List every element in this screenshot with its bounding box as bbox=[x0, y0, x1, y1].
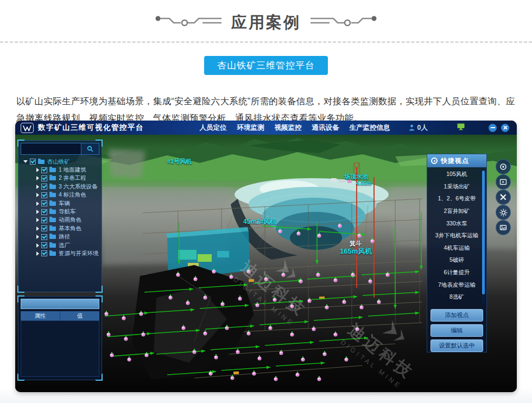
scene-label-fan1: #1号风机 bbox=[167, 158, 192, 166]
viewpoints-list: 105风机 1采场出矿 1、2、6号皮带 2盲井卸矿 330水泵 3井下电机车运… bbox=[427, 168, 486, 304]
tree-item-label: 动画角色 bbox=[59, 216, 81, 224]
viewpoint-item[interactable]: 5破碎 bbox=[427, 254, 486, 267]
caret-right-icon[interactable] bbox=[36, 202, 39, 206]
compass-button[interactable] bbox=[496, 159, 511, 174]
close-button[interactable] bbox=[501, 124, 509, 132]
tools-button[interactable] bbox=[496, 190, 511, 205]
caret-right-icon[interactable] bbox=[36, 168, 39, 172]
set-default-button[interactable]: 设置默认选中 bbox=[430, 339, 483, 352]
tree-item[interactable]: 3 六大系统设备 bbox=[20, 182, 100, 191]
app-titlebar: 数字矿山三维可视化管控平台 人员定位 环境监测 视频监控 通讯设备 生产监控信息… bbox=[15, 121, 517, 135]
viewpoint-item[interactable]: 7地表皮带运输 bbox=[427, 279, 486, 291]
caret-right-icon[interactable] bbox=[36, 243, 39, 248]
checkbox[interactable] bbox=[41, 175, 47, 181]
tree-item[interactable]: 资源与开采环境 bbox=[20, 249, 100, 257]
screenshot-button[interactable] bbox=[496, 220, 511, 235]
caret-right-icon[interactable] bbox=[36, 226, 39, 231]
viewpoint-item[interactable]: 1采场出矿 bbox=[427, 181, 486, 193]
folder-icon bbox=[49, 210, 56, 214]
viewpoint-item[interactable]: 8选矿 bbox=[427, 291, 486, 304]
checkbox[interactable] bbox=[41, 200, 47, 206]
checkbox[interactable] bbox=[30, 159, 36, 165]
tree-item[interactable]: 路径 bbox=[20, 233, 100, 241]
checkbox[interactable] bbox=[41, 184, 47, 190]
viewpoint-item[interactable]: 330水泵 bbox=[427, 217, 486, 230]
video-button[interactable] bbox=[496, 174, 511, 190]
titlebar-menu: 人员定位 环境监测 视频监控 通讯设备 生产监控信息 bbox=[200, 123, 390, 133]
app-logo-icon bbox=[21, 123, 34, 133]
viewpoint-item[interactable]: 6计量提升 bbox=[427, 267, 486, 279]
menu-comm-devices[interactable]: 通讯设备 bbox=[312, 123, 339, 133]
folder-icon bbox=[49, 176, 56, 180]
monitor-icon[interactable] bbox=[457, 123, 465, 133]
folder-icon bbox=[49, 251, 56, 256]
menu-video-monitor[interactable]: 视频监控 bbox=[275, 123, 302, 133]
viewpoint-item[interactable]: 4机车运输 bbox=[427, 242, 486, 255]
edit-viewpoint-button[interactable]: 编辑 bbox=[430, 324, 483, 337]
tree-item[interactable]: 动画角色 bbox=[20, 216, 100, 224]
app-window: 数字矿山三维可视化管控平台 人员定位 环境监测 视频监控 通讯设备 生产监控信息… bbox=[15, 121, 517, 392]
caret-right-icon[interactable] bbox=[36, 218, 39, 222]
caret-right-icon[interactable] bbox=[36, 176, 39, 180]
checkbox[interactable] bbox=[41, 217, 47, 223]
column-value: 值 bbox=[60, 311, 99, 320]
checkbox[interactable] bbox=[41, 250, 47, 256]
folder-icon bbox=[49, 185, 56, 189]
menu-environment-monitor[interactable]: 环境监测 bbox=[237, 123, 264, 133]
corner bbox=[17, 286, 24, 293]
scene-label-fan165m: 165m风机 bbox=[340, 247, 372, 256]
menu-person-location[interactable]: 人员定位 bbox=[200, 123, 227, 133]
tree-item[interactable]: 选厂 bbox=[20, 241, 100, 249]
tree-item[interactable]: 1 地面建筑 bbox=[20, 166, 100, 174]
settings-button[interactable] bbox=[496, 205, 511, 220]
layer-tree-panel: 杏山铁矿 1 地面建筑 2 井巷工程 3 六大系统设备 4 标注角色 车辆 导航… bbox=[18, 140, 102, 292]
caret-right-icon[interactable] bbox=[36, 185, 39, 189]
caret-right-icon[interactable] bbox=[36, 235, 39, 239]
checkbox[interactable] bbox=[41, 225, 47, 231]
tree-item-root[interactable]: 杏山铁矿 bbox=[20, 158, 100, 166]
caret-right-icon[interactable] bbox=[36, 251, 39, 256]
image-icon bbox=[499, 224, 507, 231]
menu-production-monitor[interactable]: 生产监控信息 bbox=[350, 123, 390, 133]
viewpoint-icon bbox=[431, 158, 438, 164]
checkbox[interactable] bbox=[41, 234, 47, 240]
tree-item-label: 基本角色 bbox=[59, 225, 81, 232]
viewpoint-item[interactable]: 2盲井卸矿 bbox=[427, 205, 486, 218]
viewpoint-item[interactable]: 1、2、6号皮带 bbox=[427, 193, 486, 205]
tree-item[interactable]: 车辆 bbox=[20, 199, 100, 207]
add-viewpoint-button[interactable]: 添加视点 bbox=[430, 309, 483, 322]
gear-icon bbox=[499, 209, 508, 217]
properties-panel: 属性 值 bbox=[18, 296, 102, 380]
search-button[interactable] bbox=[81, 143, 99, 154]
checkbox[interactable] bbox=[41, 242, 47, 248]
scrollbar[interactable] bbox=[482, 169, 485, 303]
compass-icon bbox=[499, 163, 507, 171]
checkbox[interactable] bbox=[41, 192, 47, 198]
scene-viewport[interactable]: 迪迈科技 DIGITAL MINE 迪迈科技 DIGITAL MINE #1号风… bbox=[15, 135, 517, 392]
viewpoint-item[interactable]: 105风机 bbox=[427, 168, 486, 181]
folder-icon bbox=[49, 218, 56, 222]
tree-item[interactable]: 4 标注角色 bbox=[20, 191, 100, 199]
tree-item[interactable]: 导航车 bbox=[20, 207, 100, 216]
checkbox[interactable] bbox=[41, 209, 47, 215]
tools-icon bbox=[499, 193, 507, 201]
caret-right-icon[interactable] bbox=[36, 210, 39, 214]
app-title: 数字矿山三维可视化管控平台 bbox=[38, 123, 144, 133]
minimize-button[interactable] bbox=[489, 124, 497, 132]
scrollbar-thumb[interactable] bbox=[482, 171, 485, 294]
caret-right-icon[interactable] bbox=[36, 193, 39, 197]
checkbox[interactable] bbox=[41, 167, 47, 173]
tree-item[interactable]: 基本角色 bbox=[20, 224, 100, 232]
viewpoints-header: 快捷视点 bbox=[427, 154, 486, 167]
viewpoint-item[interactable]: 3井下电机车运输 bbox=[427, 230, 486, 242]
tree-item[interactable]: 2 井巷工程 bbox=[20, 174, 100, 182]
layer-tree: 杏山铁矿 1 地面建筑 2 井巷工程 3 六大系统设备 4 标注角色 车辆 导航… bbox=[20, 158, 100, 258]
person-icon bbox=[409, 124, 415, 131]
video-icon bbox=[499, 178, 507, 186]
caret-down-icon[interactable] bbox=[23, 160, 28, 163]
dashed-divider bbox=[0, 41, 532, 43]
search-input[interactable] bbox=[21, 143, 81, 154]
tree-item-label: 选厂 bbox=[59, 242, 70, 249]
page-header: 应用案例 bbox=[0, 12, 532, 34]
corner bbox=[96, 286, 103, 293]
